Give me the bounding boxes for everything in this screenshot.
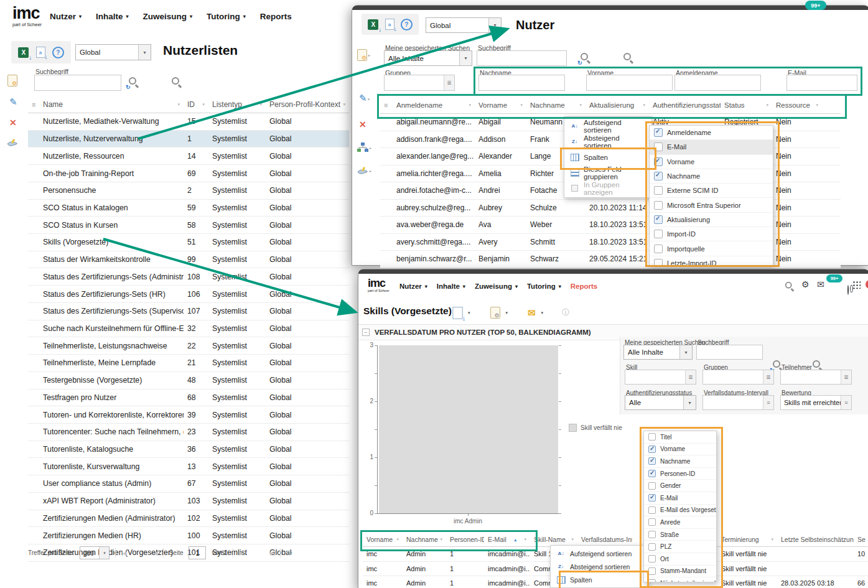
column-header-name[interactable]: Name▾ xyxy=(39,100,184,109)
checkbox-icon[interactable] xyxy=(648,446,656,453)
list-picker-icon[interactable]: ≣ xyxy=(763,370,773,384)
context-menu-item[interactable]: Z↓ Absteigend sortieren xyxy=(551,560,647,573)
search-saved-icon[interactable]: ↻ xyxy=(580,52,591,63)
download-icon[interactable]: ↓ xyxy=(452,307,463,319)
checkbox-icon[interactable] xyxy=(654,142,663,151)
checkbox-icon[interactable] xyxy=(648,567,656,575)
vorname-input[interactable] xyxy=(586,75,673,91)
column-checkbox-item[interactable]: Titel xyxy=(644,431,716,444)
nav-item[interactable]: Zuweisung▾ xyxy=(143,12,193,21)
checkbox-icon[interactable] xyxy=(654,230,663,238)
help-icon[interactable]: ? xyxy=(52,47,64,58)
table-row[interactable]: Status des Zertifizierungs-Sets (Adminis… xyxy=(28,268,349,286)
text-export-icon[interactable]: a↓ xyxy=(385,19,394,30)
context-menu-item[interactable]: In Gruppen anzeigen xyxy=(564,180,651,196)
table-row[interactable]: Zertifizierungen Medien (HR) 100 Systeml… xyxy=(28,527,349,544)
new-list-button[interactable]: ⚙ xyxy=(7,75,17,86)
interval-input[interactable]: ≡ xyxy=(702,395,774,410)
column-checkbox-item[interactable]: E-Mail xyxy=(644,492,716,505)
checkbox-icon[interactable] xyxy=(648,579,656,582)
checkbox-icon[interactable] xyxy=(648,470,656,477)
column-checkbox-item[interactable]: E-Mail xyxy=(650,140,773,154)
document-gear-icon[interactable]: ⚙ xyxy=(490,307,500,319)
authstatus-select[interactable]: Alle▾ xyxy=(625,395,696,410)
nav-item[interactable]: Tutoring▾ xyxy=(207,12,246,21)
table-row[interactable]: Tutorenliste, Katalogsuche 36 Systemlist… xyxy=(28,441,349,459)
list-picker-icon[interactable]: ≣ xyxy=(444,75,454,90)
hamburger-icon[interactable]: ≡ xyxy=(28,101,39,108)
saved-search-select[interactable]: Alle Inhalte▾ xyxy=(623,345,693,360)
column-header[interactable]: Terminierung▾ xyxy=(717,536,777,543)
search-icon[interactable] xyxy=(785,281,795,291)
nav-item[interactable]: Inhalte▾ xyxy=(96,12,129,21)
column-checkbox-item[interactable]: Nächster teilweiser Verfall xyxy=(644,577,716,582)
column-header-sorted[interactable]: E-Mail▲▾ xyxy=(484,536,530,543)
column-checkbox-item[interactable]: Gender xyxy=(644,480,716,492)
checkbox-icon[interactable] xyxy=(654,201,663,210)
table-row[interactable]: Status des Zertifizierungs-Sets (HR) 106… xyxy=(28,286,349,303)
checkbox-icon[interactable] xyxy=(654,259,663,266)
table-row[interactable]: Testfragen pro Nutzer 68 Systemlist Glob… xyxy=(28,390,349,407)
gruppen-input[interactable]: ≣ xyxy=(702,370,774,385)
list-picker-icon[interactable]: ≣ xyxy=(841,370,851,384)
column-header[interactable]: Skill-Name▾ xyxy=(530,536,577,543)
teilnehmer-input[interactable]: ≣ xyxy=(780,370,852,385)
column-checkbox-item[interactable]: Stamm-Mandant xyxy=(644,566,716,578)
column-checkbox-item[interactable]: Aktualisierung xyxy=(650,213,773,227)
text-export-icon[interactable]: a↓ xyxy=(36,47,45,58)
column-checkbox-item[interactable]: Personen-ID xyxy=(644,468,716,480)
column-checkbox-item[interactable]: Externe SCIM ID xyxy=(650,184,773,198)
column-checkbox-item[interactable]: Importquelle xyxy=(650,241,773,256)
nav-item[interactable]: Tutoring▾ xyxy=(527,282,561,290)
table-row[interactable]: Tutorenliste, Kursverwaltung 13 Systemli… xyxy=(28,458,349,475)
checkbox-icon[interactable] xyxy=(648,531,656,538)
table-row[interactable]: Teilnehmerliste, Meine Lernpfade 21 Syst… xyxy=(28,355,349,372)
column-header[interactable]: Verfallsdatums-Int...▾ xyxy=(577,536,632,543)
nav-item[interactable]: Nutzer▾ xyxy=(50,12,82,21)
column-header-listentyp[interactable]: Listentyp▾ xyxy=(208,100,266,109)
column-header[interactable]: Ressource▾ xyxy=(772,101,822,109)
assign-button[interactable] xyxy=(7,138,18,147)
menu-picker-icon[interactable]: ≡ xyxy=(841,396,851,409)
nav-item[interactable]: Reports▾ xyxy=(260,12,292,21)
column-header-id[interactable]: ID▾ xyxy=(184,100,208,109)
column-header-kontext[interactable]: Person-Profil-Kontext▾ xyxy=(266,100,349,109)
column-header[interactable]: Authentifizierungsstatus▾ xyxy=(649,101,721,109)
context-menu-item[interactable]: Z↓ Absteigend sortieren xyxy=(564,134,651,149)
context-menu-item[interactable]: Dieses Feld gruppieren xyxy=(564,165,651,180)
search-saved-icon[interactable]: ↻ xyxy=(128,77,139,88)
table-row[interactable]: Nutzerliste, Nutzerverwaltung 1 Systemli… xyxy=(28,131,349,148)
column-header[interactable]: Se xyxy=(854,536,868,543)
context-menu-item[interactable]: A↓ Aufsteigend sortieren xyxy=(551,547,647,560)
email-input[interactable] xyxy=(786,75,857,91)
saved-search-select[interactable]: Alle Inhalte▾ xyxy=(384,50,472,66)
edit-button[interactable]: ✎▸ xyxy=(359,93,370,104)
column-header[interactable]: Nachname▾ xyxy=(403,536,446,543)
table-row[interactable]: On-the-job Training-Report 69 Systemlist… xyxy=(28,165,349,182)
table-row[interactable]: Tutoren- und Korrektorenliste, Korrektor… xyxy=(28,406,349,424)
checkbox-icon[interactable] xyxy=(648,518,656,526)
checkbox-icon[interactable] xyxy=(654,245,663,253)
table-row[interactable]: Nutzerliste, Ressourcen 14 Systemlist Gl… xyxy=(28,147,349,165)
nav-item[interactable]: Nutzer▾ xyxy=(399,282,427,290)
last-page-icon[interactable]: ▶| xyxy=(270,550,274,556)
context-menu-item[interactable]: Spalten xyxy=(564,149,651,165)
first-page-icon[interactable]: |◀ xyxy=(121,550,126,556)
checkbox-icon[interactable] xyxy=(654,172,663,180)
table-row[interactable]: Personensuche 2 Systemlist Global xyxy=(28,182,349,200)
checkbox-icon[interactable] xyxy=(648,543,656,551)
nav-item[interactable]: Reports▾ xyxy=(571,282,597,290)
search-icon[interactable] xyxy=(623,52,634,63)
menu-picker-icon[interactable]: ≡ xyxy=(763,396,773,409)
delete-button[interactable]: ✕ xyxy=(359,119,366,129)
table-row[interactable]: Status der Wirkamkeitskontrolle 99 Syste… xyxy=(28,251,349,269)
column-header[interactable]: Vorname▾ xyxy=(363,536,403,543)
send-mail-icon[interactable]: ✉ xyxy=(528,307,536,319)
column-checkbox-item[interactable]: Anmeldename xyxy=(650,126,773,140)
excel-export-icon[interactable]: X↓ xyxy=(18,47,29,58)
prev-page-icon[interactable]: ◀ xyxy=(154,550,157,556)
checkbox-icon[interactable] xyxy=(654,157,663,166)
column-checkbox-item[interactable]: Vorname xyxy=(644,444,716,456)
column-header[interactable]: Anmeldename▾ xyxy=(393,101,475,109)
checkbox-icon[interactable] xyxy=(654,186,663,195)
